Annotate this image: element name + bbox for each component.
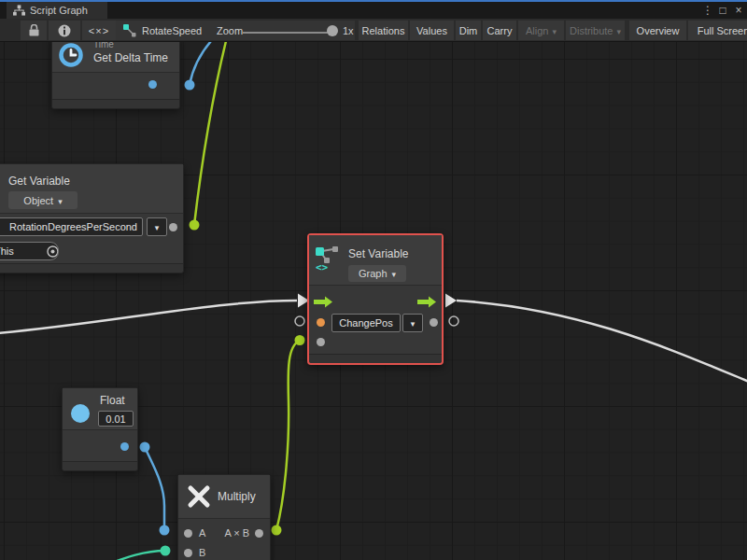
- distribute-dropdown-button[interactable]: Distribute: [566, 21, 625, 40]
- button-label: Overview: [637, 25, 680, 36]
- svg-text:<>: <>: [316, 261, 329, 272]
- flow-input-port[interactable]: [314, 295, 333, 309]
- variable-target-field[interactable]: This: [0, 242, 59, 260]
- node-multiply[interactable]: Multiply A A × B B: [177, 474, 271, 560]
- variable-name-value: ChangePos: [339, 317, 393, 329]
- chevron-down-icon: [552, 25, 557, 36]
- toolbar: RotateSpeed Zoom 1x Relations Values Dim…: [0, 19, 747, 42]
- variable-scope-dropdown[interactable]: Graph: [348, 265, 406, 282]
- window-menu-button[interactable]: ⋮: [701, 3, 714, 18]
- button-label: Values: [416, 25, 447, 36]
- port-b-label: B: [199, 547, 205, 558]
- node-float[interactable]: Float 0.01: [62, 387, 138, 471]
- button-label: Carry: [487, 25, 513, 36]
- node-footer: [63, 461, 137, 470]
- button-label: Dim: [459, 25, 478, 36]
- relations-button[interactable]: Relations: [359, 21, 408, 40]
- carry-button[interactable]: Carry: [483, 21, 516, 40]
- scope-label: Object: [23, 195, 53, 206]
- tab-title: Script Graph: [30, 5, 88, 16]
- variable-name-dropdown-button[interactable]: [147, 217, 167, 236]
- button-label: Full Screen: [698, 25, 747, 36]
- zoom-value: 1x: [343, 25, 354, 36]
- node-set-variable[interactable]: <> Set Variable Graph ChangePos: [307, 233, 444, 365]
- code-icon: [89, 25, 109, 36]
- node-title: Float: [100, 394, 125, 407]
- flow-output-port[interactable]: [417, 295, 437, 309]
- value-input-port[interactable]: [317, 338, 325, 346]
- variable-name-input-port[interactable]: [317, 318, 325, 327]
- node-footer: [52, 99, 179, 108]
- multiply-input-b-port[interactable]: [184, 549, 192, 557]
- code-view-button[interactable]: [82, 21, 116, 40]
- chevron-down-icon: [155, 221, 160, 232]
- scope-label: Graph: [359, 268, 388, 279]
- graph-icon: [13, 5, 25, 16]
- graph-breadcrumb-panel: RotateSpeed Zoom 1x: [116, 21, 355, 40]
- float-icon: [70, 403, 91, 424]
- node-title: Multiply: [218, 490, 256, 503]
- target-value: This: [0, 245, 14, 257]
- info-button[interactable]: [49, 21, 80, 40]
- node-title: Get Variable: [8, 175, 70, 188]
- window-maximize-button[interactable]: □: [716, 3, 729, 18]
- variable-name-field[interactable]: RotationDegreesPerSecond: [0, 217, 143, 236]
- node-header: Multiply: [178, 475, 270, 519]
- chevron-down-icon: [392, 268, 397, 279]
- multiply-icon: [187, 484, 211, 509]
- info-icon: [58, 24, 71, 37]
- node-footer: [0, 263, 183, 273]
- button-label: Relations: [362, 25, 405, 36]
- graph-node-icon[interactable]: [123, 24, 136, 37]
- clock-icon: [58, 42, 84, 68]
- button-label: Distribute: [570, 25, 613, 36]
- graph-variable-icon: <>: [315, 245, 341, 272]
- multiply-output-port[interactable]: [255, 529, 263, 538]
- float-value: 0.01: [106, 413, 125, 425]
- variable-name-field[interactable]: ChangePos: [331, 314, 401, 332]
- zoom-slider-track[interactable]: [243, 32, 329, 34]
- node-footer: [309, 354, 442, 363]
- variable-name-dropdown-button[interactable]: [402, 314, 423, 332]
- window-close-button[interactable]: ×: [732, 3, 745, 18]
- align-dropdown-button[interactable]: Align: [518, 21, 564, 40]
- tab-bar: Script Graph ⋮ □ ×: [0, 2, 747, 19]
- node-header: <> Set Variable Graph: [309, 235, 442, 286]
- zoom-label: Zoom: [217, 25, 243, 36]
- node-title: Get Delta Time: [93, 51, 168, 64]
- delta-time-output-port[interactable]: [148, 80, 157, 89]
- set-variable-output-port[interactable]: [430, 318, 438, 327]
- script-graph-window: Time Get Delta Time Get Variable Object …: [0, 0, 747, 560]
- lock-button[interactable]: [21, 21, 47, 40]
- node-get-delta-time[interactable]: Time Get Delta Time: [51, 35, 180, 109]
- object-picker-icon[interactable]: [46, 245, 59, 259]
- button-label: Align: [526, 25, 548, 36]
- multiply-input-a-port[interactable]: [184, 529, 192, 538]
- float-value-input[interactable]: 0.01: [98, 411, 134, 427]
- full-screen-button[interactable]: Full Screen: [688, 21, 747, 40]
- values-button[interactable]: Values: [410, 21, 454, 40]
- node-get-variable[interactable]: Get Variable Object RotationDegreesPerSe…: [0, 163, 184, 273]
- node-header: Float 0.01: [63, 388, 137, 430]
- port-a-label: A: [199, 527, 205, 539]
- chevron-down-icon: [411, 317, 416, 329]
- variable-name-value: RotationDegreesPerSecond: [9, 221, 137, 232]
- breadcrumb-graph-name[interactable]: RotateSpeed: [142, 25, 202, 36]
- port-result-label: A × B: [224, 527, 249, 539]
- get-variable-output-port[interactable]: [169, 223, 177, 231]
- dim-button[interactable]: Dim: [456, 21, 481, 40]
- zoom-slider-thumb[interactable]: [327, 25, 338, 36]
- float-output-port[interactable]: [120, 442, 129, 451]
- node-title: Set Variable: [348, 247, 408, 260]
- overview-button[interactable]: Overview: [629, 21, 686, 40]
- lock-icon: [29, 24, 39, 36]
- tab-script-graph[interactable]: Script Graph: [7, 2, 107, 19]
- chevron-down-icon: [616, 25, 621, 36]
- node-header: Get Variable Object: [0, 164, 183, 214]
- variable-scope-dropdown[interactable]: Object: [8, 191, 78, 209]
- chevron-down-icon: [58, 195, 63, 206]
